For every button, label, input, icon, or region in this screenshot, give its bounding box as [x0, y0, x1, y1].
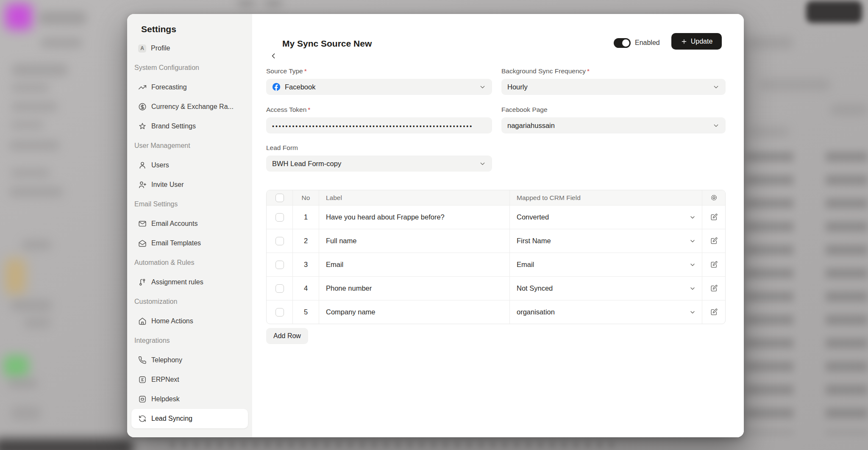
chevron-down-icon: [689, 261, 696, 268]
required-asterisk: *: [587, 67, 590, 75]
select-all-checkbox[interactable]: [275, 194, 284, 202]
user-plus-icon: [138, 181, 147, 189]
mapped-field-select[interactable]: organisation: [510, 300, 702, 324]
sidebar-item-brand-settings[interactable]: Brand Settings: [131, 117, 248, 136]
sidebar-section-automation-rules: Automation & Rules: [131, 253, 248, 272]
row-checkbox[interactable]: [275, 284, 284, 293]
bg-blob: [10, 120, 44, 130]
bg-blob: [11, 406, 41, 420]
sidebar-item-erpnext[interactable]: ERPNext: [131, 370, 248, 389]
table-settings-gear-icon[interactable]: [709, 193, 718, 203]
bg-table-rows-right-column: [826, 152, 868, 433]
sidebar-section-user-management: User Management: [131, 136, 248, 156]
bg-blob: [10, 299, 53, 312]
sync-frequency-select[interactable]: Hourly: [501, 79, 726, 95]
row-number: 1: [293, 206, 319, 229]
bg-blob: [11, 64, 68, 76]
row-checkbox[interactable]: [275, 213, 284, 222]
bg-blob: [747, 126, 790, 137]
sidebar-item-email-templates[interactable]: Email Templates: [131, 233, 248, 253]
source-type-select[interactable]: Facebook: [266, 79, 492, 95]
enabled-toggle[interactable]: [614, 38, 631, 48]
row-number: 2: [293, 229, 319, 253]
profile-avatar-icon: A: [138, 44, 146, 53]
bg-table-rows-left-column: [746, 152, 793, 433]
column-header-mapped: Mapped to CRM Field: [510, 190, 702, 205]
row-checkbox[interactable]: [275, 237, 284, 245]
table-row: 1 Have you heard about Frappe before? Co…: [267, 205, 725, 229]
helpdesk-icon: [138, 395, 147, 403]
mapped-field-select[interactable]: Converted: [510, 206, 702, 229]
edit-row-icon[interactable]: [709, 284, 718, 293]
sync-icon: [138, 414, 147, 423]
sidebar-item-profile[interactable]: A Profile: [131, 39, 248, 58]
sidebar-item-users[interactable]: Users: [131, 156, 248, 175]
sync-frequency-label: Background Sync Frequency*: [501, 67, 726, 75]
column-header-label: Label: [319, 190, 510, 205]
edit-row-icon[interactable]: [709, 260, 718, 269]
chevron-down-icon: [712, 83, 720, 91]
mapped-field-select[interactable]: First Name: [510, 229, 702, 253]
lead-form-select[interactable]: BWH Lead Form-copy: [266, 156, 492, 172]
table-row: 2 Full name First Name: [267, 229, 725, 253]
bg-blob: [21, 239, 52, 250]
sidebar-item-telephony[interactable]: Telephony: [131, 350, 248, 370]
bg-blob: [8, 186, 64, 197]
row-label: Phone number: [319, 277, 510, 300]
toggle-knob: [622, 39, 629, 47]
settings-modal: Settings A Profile System Configuration …: [127, 14, 744, 437]
sidebar-item-helpdesk[interactable]: Helpdesk: [131, 389, 248, 409]
settings-sidebar: Settings A Profile System Configuration …: [127, 14, 252, 437]
sidebar-item-email-accounts[interactable]: Email Accounts: [131, 214, 248, 233]
field-mapping-table: No Label Mapped to CRM Field 1 Have you …: [266, 190, 726, 324]
table-header-row: No Label Mapped to CRM Field: [267, 190, 725, 205]
bg-blob: [8, 378, 38, 389]
bg-blob-yellow: [5, 258, 25, 294]
row-checkbox[interactable]: [275, 308, 284, 317]
row-label: Company name: [319, 300, 510, 324]
bg-blob: [264, 0, 282, 6]
row-number: 4: [293, 277, 319, 300]
sidebar-item-currency-exchange[interactable]: Currency & Exchange Ra...: [131, 97, 248, 117]
bg-blob-green: [3, 355, 29, 377]
sidebar-item-assignment-rules[interactable]: Assignment rules: [131, 272, 248, 292]
sidebar-item-home-actions[interactable]: Home Actions: [131, 311, 248, 331]
bg-logo-magenta: [5, 3, 32, 30]
mapped-field-select[interactable]: Not Synced: [510, 277, 702, 300]
mapped-field-select[interactable]: Email: [510, 253, 702, 276]
table-row: 4 Phone number Not Synced: [267, 276, 725, 300]
edit-row-icon[interactable]: [709, 213, 718, 222]
page-title: My Sync Source New: [282, 38, 372, 49]
lead-form-label: Lead Form: [266, 144, 492, 152]
edit-row-icon[interactable]: [709, 308, 718, 317]
user-icon: [138, 161, 147, 169]
bg-blob: [11, 83, 50, 92]
access-token-input[interactable]: ••••••••••••••••••••••••••••••••••••••••…: [266, 117, 492, 133]
sidebar-section-email-settings: Email Settings: [131, 194, 248, 214]
bg-dark-button-topright: [806, 1, 862, 23]
back-button[interactable]: [267, 50, 279, 61]
row-checkbox[interactable]: [275, 261, 284, 269]
chevron-down-icon: [689, 214, 696, 221]
sidebar-item-lead-syncing[interactable]: Lead Syncing: [131, 409, 248, 428]
chevron-down-icon: [689, 238, 696, 244]
row-number: 5: [293, 300, 319, 324]
add-row-button[interactable]: Add Row: [266, 328, 308, 344]
brand-star-icon: [138, 122, 147, 131]
edit-row-icon[interactable]: [709, 236, 718, 246]
sidebar-item-forecasting[interactable]: Forecasting: [131, 78, 248, 97]
settings-title: Settings: [141, 24, 252, 35]
currency-dollar-icon: [138, 103, 147, 111]
sidebar-item-invite-user[interactable]: Invite User: [131, 175, 248, 194]
facebook-icon: [272, 83, 281, 91]
update-button[interactable]: Update: [671, 33, 722, 50]
home-icon: [138, 317, 147, 325]
row-number: 3: [293, 253, 319, 276]
facebook-page-select[interactable]: nagariahussain: [501, 117, 726, 133]
bg-blob: [11, 102, 58, 112]
facebook-page-label: Facebook Page: [501, 106, 726, 114]
bg-blob: [746, 36, 793, 49]
row-label: Have you heard about Frappe before?: [319, 206, 510, 229]
bg-blob: [237, 0, 255, 6]
masked-token-value: ••••••••••••••••••••••••••••••••••••••••…: [272, 123, 473, 130]
